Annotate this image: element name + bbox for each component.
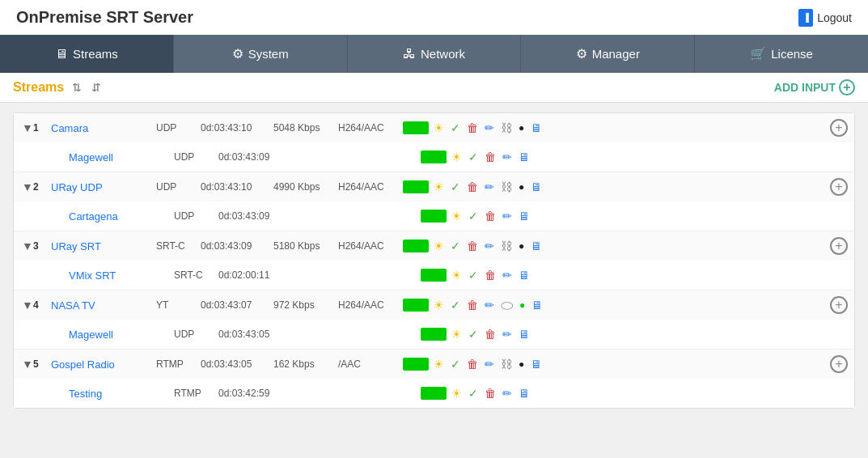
sub-trash-icon-5[interactable]: 🗑 bbox=[483, 386, 498, 401]
stream-bitrate-4: 972 Kbps bbox=[273, 299, 338, 311]
nav-item-system[interactable]: ⚙ System bbox=[174, 35, 348, 73]
expand-icon-1[interactable]: ▼ bbox=[20, 121, 33, 135]
sub-check-icon-2[interactable]: ✓ bbox=[467, 209, 480, 223]
brightness-icon-2[interactable]: ☀ bbox=[432, 180, 446, 194]
stream-name-2[interactable]: URay UDP bbox=[51, 181, 156, 193]
stream-name-1[interactable]: Camara bbox=[51, 122, 156, 134]
brightness-icon-5[interactable]: ☀ bbox=[432, 357, 446, 371]
add-output-button-2[interactable]: + bbox=[830, 178, 848, 196]
sub-status-indicator-3 bbox=[421, 269, 447, 282]
trash-icon-5[interactable]: 🗑 bbox=[465, 357, 480, 371]
check-icon-4[interactable]: ✓ bbox=[449, 298, 462, 312]
brightness-icon-4[interactable]: ☀ bbox=[432, 298, 446, 312]
sub-monitor-icon-1[interactable]: 🖥 bbox=[517, 150, 531, 164]
stream-name-5[interactable]: Gospel Radio bbox=[51, 358, 156, 371]
edit-icon-5[interactable]: ✏ bbox=[483, 357, 496, 371]
sub-brightness-icon-3[interactable]: ☀ bbox=[450, 268, 464, 282]
toggle-icon-4[interactable]: ⬭ bbox=[499, 296, 514, 315]
monitor-icon-4[interactable]: 🖥 bbox=[530, 298, 544, 312]
sub-brightness-icon-1[interactable]: ☀ bbox=[450, 150, 464, 164]
circle-icon-1[interactable]: ● bbox=[517, 121, 526, 134]
sub-trash-icon-3[interactable]: 🗑 bbox=[483, 268, 498, 282]
stream-codec-5: /AAC bbox=[338, 358, 403, 370]
sub-brightness-icon-4[interactable]: ☀ bbox=[450, 327, 464, 341]
stream-protocol-5: RTMP bbox=[156, 358, 201, 370]
monitor-icon-3[interactable]: 🖥 bbox=[529, 239, 544, 253]
expand-icon-2[interactable]: ▼ bbox=[20, 180, 33, 194]
sub-row-4: Magewell UDP 0d:03:43:05 ☀ ✓ 🗑 ✏ 🖥 bbox=[14, 320, 854, 349]
edit-icon-3[interactable]: ✏ bbox=[483, 239, 496, 253]
sub-monitor-icon-5[interactable]: 🖥 bbox=[517, 386, 531, 401]
expand-icon-4[interactable]: ▼ bbox=[20, 298, 33, 312]
sub-check-icon-5[interactable]: ✓ bbox=[467, 386, 480, 401]
nav-item-network[interactable]: 🖧 Network bbox=[348, 35, 522, 73]
brightness-icon-1[interactable]: ☀ bbox=[432, 121, 446, 135]
sub-trash-icon-1[interactable]: 🗑 bbox=[483, 150, 498, 164]
add-output-button-5[interactable]: + bbox=[830, 355, 848, 373]
edit-icon-2[interactable]: ✏ bbox=[483, 180, 496, 194]
sub-check-icon-1[interactable]: ✓ bbox=[467, 150, 480, 164]
sub-edit-icon-4[interactable]: ✏ bbox=[501, 327, 514, 341]
expand-icon-3[interactable]: ▼ bbox=[20, 239, 33, 253]
expand-icon-5[interactable]: ▼ bbox=[20, 357, 33, 371]
trash-icon-4[interactable]: 🗑 bbox=[465, 298, 480, 312]
check-icon-2[interactable]: ✓ bbox=[449, 180, 462, 194]
sort-desc-icon[interactable]: ⇵ bbox=[90, 80, 103, 95]
circle-icon-3[interactable]: ● bbox=[517, 240, 526, 252]
sub-monitor-icon-4[interactable]: 🖥 bbox=[517, 327, 531, 341]
trash-icon-2[interactable]: 🗑 bbox=[465, 180, 480, 194]
sub-name-3[interactable]: VMix SRT bbox=[69, 269, 174, 282]
sub-brightness-icon-2[interactable]: ☀ bbox=[450, 209, 464, 223]
link-icon-2[interactable]: ⛓ bbox=[499, 180, 514, 194]
stream-name-3[interactable]: URay SRT bbox=[51, 240, 156, 252]
sub-trash-icon-2[interactable]: 🗑 bbox=[483, 209, 498, 223]
check-icon-3[interactable]: ✓ bbox=[449, 239, 462, 253]
add-output-button-3[interactable]: + bbox=[830, 237, 848, 255]
monitor-icon-1[interactable]: 🖥 bbox=[529, 121, 544, 135]
add-input-button[interactable]: ADD INPUT + bbox=[774, 79, 855, 95]
sub-name-5[interactable]: Testing bbox=[69, 388, 174, 400]
trash-icon-3[interactable]: 🗑 bbox=[465, 239, 480, 253]
circle-green-icon-4[interactable]: ● bbox=[518, 299, 527, 312]
sub-edit-icon-1[interactable]: ✏ bbox=[501, 150, 514, 164]
stream-name-4[interactable]: NASA TV bbox=[51, 299, 156, 312]
nav-item-license[interactable]: 🛒 License bbox=[695, 35, 868, 73]
circle-icon-2[interactable]: ● bbox=[517, 180, 526, 193]
link-icon-3[interactable]: ⛓ bbox=[499, 239, 514, 253]
link-icon-5[interactable]: ⛓ bbox=[499, 357, 514, 371]
sub-edit-icon-3[interactable]: ✏ bbox=[501, 268, 514, 282]
stream-row-1: ▼ 1 Camara UDP 0d:03:43:10 5048 Kbps H26… bbox=[14, 113, 854, 142]
check-icon-1[interactable]: ✓ bbox=[449, 121, 462, 135]
check-icon-5[interactable]: ✓ bbox=[449, 357, 462, 371]
sort-asc-icon[interactable]: ⇅ bbox=[70, 80, 83, 95]
brightness-icon-3[interactable]: ☀ bbox=[432, 239, 446, 253]
nav-item-streams[interactable]: 🖥 Streams bbox=[0, 35, 174, 73]
sub-trash-icon-4[interactable]: 🗑 bbox=[483, 327, 498, 341]
sub-name-1[interactable]: Magewell bbox=[69, 151, 174, 163]
sub-protocol-5: RTMP bbox=[174, 388, 218, 399]
sub-edit-icon-5[interactable]: ✏ bbox=[501, 386, 514, 401]
trash-icon-1[interactable]: 🗑 bbox=[465, 121, 480, 135]
logout-button[interactable]: ▐ Logout bbox=[798, 9, 852, 27]
edit-icon-1[interactable]: ✏ bbox=[483, 121, 496, 135]
add-input-plus-icon: + bbox=[839, 79, 855, 95]
link-icon-1[interactable]: ⛓ bbox=[499, 121, 514, 135]
main-content: ▼ 1 Camara UDP 0d:03:43:10 5048 Kbps H26… bbox=[0, 103, 868, 418]
edit-icon-4[interactable]: ✏ bbox=[483, 298, 496, 312]
sub-check-icon-4[interactable]: ✓ bbox=[467, 327, 480, 341]
add-output-button-4[interactable]: + bbox=[830, 296, 848, 314]
sub-monitor-icon-2[interactable]: 🖥 bbox=[517, 209, 531, 223]
circle-icon-5[interactable]: ● bbox=[517, 358, 526, 371]
sub-name-2[interactable]: Cartagena bbox=[69, 210, 174, 223]
sub-brightness-icon-5[interactable]: ☀ bbox=[450, 386, 464, 401]
sub-check-icon-3[interactable]: ✓ bbox=[467, 268, 480, 282]
sub-edit-icon-2[interactable]: ✏ bbox=[501, 209, 514, 223]
stream-group-4: ▼ 4 NASA TV YT 0d:03:43:07 972 Kbps H264… bbox=[14, 290, 854, 350]
monitor-icon-2[interactable]: 🖥 bbox=[529, 180, 544, 194]
sub-time-5: 0d:03:42:59 bbox=[218, 388, 291, 399]
sub-monitor-icon-3[interactable]: 🖥 bbox=[517, 268, 531, 282]
sub-name-4[interactable]: Magewell bbox=[69, 329, 174, 341]
nav-item-manager[interactable]: ⚙ Manager bbox=[521, 35, 695, 73]
add-output-button-1[interactable]: + bbox=[830, 119, 848, 137]
monitor-icon-5[interactable]: 🖥 bbox=[529, 357, 544, 371]
